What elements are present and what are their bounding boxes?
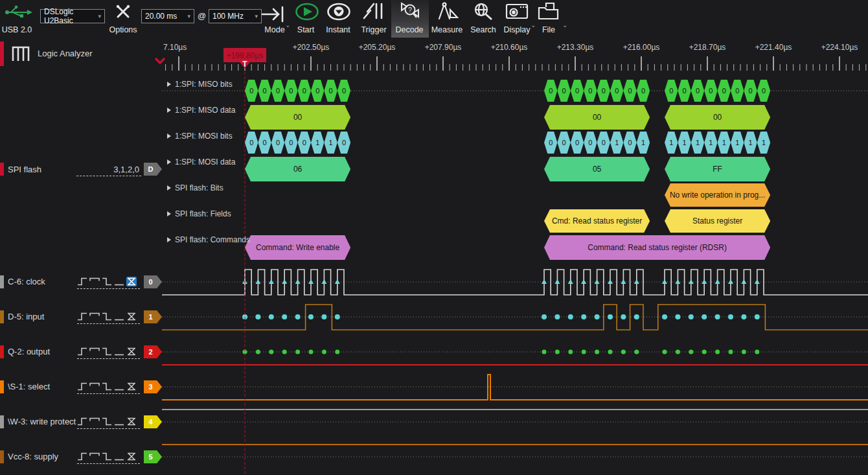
usb-status-label: USB 2.0 — [0, 25, 36, 34]
trigger-low-icon[interactable] — [114, 452, 124, 461]
decoder-row-label[interactable]: SPI flash: Fields — [167, 209, 231, 220]
decoder-bit-annotation: 1 — [665, 132, 678, 154]
trigger-low-icon[interactable] — [114, 312, 124, 321]
decoder-name[interactable]: SPI flash — [8, 165, 41, 174]
trigger-fall-icon[interactable] — [102, 452, 112, 461]
trigger-low-icon[interactable] — [114, 347, 124, 356]
decoder-bit-annotation: 0 — [637, 80, 650, 102]
channel-underline — [77, 428, 140, 429]
decoder-annotation: 00 — [245, 105, 350, 130]
decoder-bit-annotation: 0 — [258, 132, 271, 154]
trigger-fall-icon[interactable] — [102, 277, 112, 286]
options-label: Options — [104, 25, 143, 34]
samplerate-select[interactable]: 100 MHz▾ — [209, 9, 262, 23]
trigger-high-icon[interactable] — [89, 452, 100, 461]
trigger-edge-icon[interactable] — [126, 452, 137, 461]
trigger-low-icon[interactable] — [114, 382, 124, 391]
device-select[interactable]: DSLogic U2Basic▾ — [40, 9, 105, 23]
trigger-high-icon[interactable] — [89, 347, 100, 356]
trigger-high-icon[interactable] — [89, 277, 100, 286]
decoder-bit-annotation: 1 — [610, 132, 623, 154]
channel-name-label[interactable]: D-5: input — [8, 312, 44, 321]
decoder-row-label[interactable]: 1:SPI: MOSI data — [167, 157, 235, 168]
options-icon[interactable] — [114, 3, 132, 21]
decode-button[interactable]: ?Decode — [391, 0, 428, 38]
search-button[interactable]: Search — [464, 0, 502, 38]
decoder-bit-annotation: 1 — [757, 132, 770, 154]
trigger-flag[interactable]: +199.80µs T — [214, 44, 285, 73]
trigger-rise-icon[interactable] — [77, 347, 87, 356]
decoder-badge[interactable]: D — [144, 163, 162, 176]
instant-icon — [326, 3, 351, 21]
trigger-high-icon[interactable] — [89, 417, 100, 426]
decoder-row-label[interactable]: SPI flash: Bits — [167, 183, 223, 194]
trigger-fall-icon[interactable] — [102, 347, 112, 356]
trigger-fall-icon[interactable] — [102, 382, 112, 391]
instant-button[interactable]: Instant — [319, 0, 357, 38]
channel-name-label[interactable]: \S-1: select — [8, 382, 50, 391]
decoder-marker — [0, 163, 4, 176]
channel-name-label[interactable]: Q-2: output — [8, 347, 50, 356]
trigger-rise-icon[interactable] — [77, 452, 87, 461]
decoder-bit-annotation: 0 — [271, 80, 284, 102]
chevron-down-icon: ▾ — [185, 13, 190, 19]
trigger-fall-icon[interactable] — [102, 417, 112, 426]
decoder-bit-annotation: 0 — [678, 80, 691, 102]
channel-badge[interactable]: 4 — [144, 415, 162, 428]
expand-triangle-icon — [167, 237, 171, 242]
measure-button[interactable]: Measure — [428, 0, 466, 38]
channel-name-label[interactable]: \W-3: write protect — [8, 417, 76, 426]
decoder-bit-annotation: 1 — [704, 132, 717, 154]
decoder-annotation: Command: Read status register (RDSR) — [544, 235, 770, 260]
decoder-row-label[interactable]: 1:SPI: MISO bits — [167, 80, 233, 90]
channel-badge[interactable]: 0 — [144, 275, 162, 288]
decoder-bit-annotation: 0 — [544, 80, 557, 102]
decoder-bit-annotation: 0 — [311, 80, 324, 102]
session-panel: Logic Analyzer SPI flash 3,1,2,0 D C-6: … — [0, 38, 162, 475]
channel-name-label[interactable]: C-6: clock — [8, 277, 45, 286]
trigger-rise-icon[interactable] — [77, 312, 87, 321]
decoder-bit-annotation: 1 — [324, 132, 337, 154]
channel-badge[interactable]: 1 — [144, 310, 162, 323]
decoder-channels: 3,1,2,0 — [74, 165, 139, 174]
trigger-fall-icon[interactable] — [102, 312, 112, 321]
channel-name-label[interactable]: Vcc-8: supply — [8, 452, 58, 461]
search-icon — [472, 2, 495, 21]
decoder-row-label[interactable]: SPI flash: Commands — [167, 235, 250, 246]
trigger-edge-icon[interactable] — [126, 312, 137, 321]
trigger-edge-icon[interactable] — [126, 347, 137, 356]
decoder-row-label[interactable]: 1:SPI: MISO data — [167, 106, 235, 116]
decoder-annotation: 06 — [245, 157, 350, 181]
trigger-rise-icon[interactable] — [77, 277, 87, 286]
toolbar: USB 2.0 DSLogic U2Basic▾ Options 20.00 m… — [0, 0, 868, 38]
file-button[interactable]: File⌄ — [530, 0, 567, 38]
decode-icon: ? — [397, 1, 423, 20]
trigger-high-icon[interactable] — [89, 382, 100, 391]
channel-badge[interactable]: 2 — [144, 345, 162, 358]
channel-color-marker — [0, 310, 4, 323]
trigger-high-icon[interactable] — [89, 312, 100, 321]
channel-badge[interactable]: 3 — [144, 380, 162, 393]
channel-color-marker — [0, 275, 4, 288]
trigger-low-icon[interactable] — [114, 277, 124, 286]
trigger-edge-icon[interactable] — [126, 277, 137, 286]
decoder-bit-annotation: 0 — [571, 80, 584, 102]
trigger-time-label: +199.80µs — [227, 51, 264, 60]
decoder-row-label[interactable]: 1:SPI: MOSI bits — [167, 132, 233, 142]
trigger-rise-icon[interactable] — [77, 417, 87, 426]
trigger-rise-icon[interactable] — [77, 382, 87, 391]
decoder-bit-annotation: 0 — [623, 132, 636, 154]
trigger-button[interactable]: Trigger — [355, 0, 393, 38]
decoder-annotation: FF — [665, 157, 770, 181]
decoder-annotation: 00 — [544, 105, 650, 130]
channel-underline — [77, 358, 140, 359]
channel-badge[interactable]: 5 — [144, 450, 162, 463]
decoder-bit-annotation: 0 — [245, 80, 258, 102]
duration-select[interactable]: 20.00 ms▾ — [141, 9, 194, 23]
trigger-edge-icon[interactable] — [126, 382, 137, 391]
trigger-edge-icon[interactable] — [126, 417, 137, 426]
device-select-value: DSLogic U2Basic — [44, 7, 95, 25]
trigger-mode-icons — [77, 452, 137, 461]
mode-icon — [261, 6, 287, 23]
trigger-low-icon[interactable] — [114, 417, 124, 426]
